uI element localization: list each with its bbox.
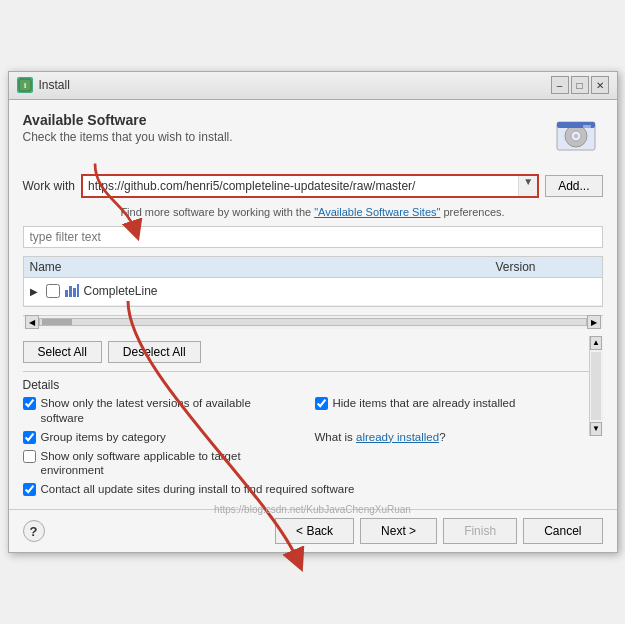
selection-buttons: Select All Deselect All xyxy=(23,341,603,363)
label-contact-sites: Contact all update sites during install … xyxy=(41,482,355,497)
completeline-icon xyxy=(64,282,80,301)
work-with-input-wrapper: ▼ xyxy=(81,174,539,198)
table-row: ▶ CompleteLine xyxy=(24,278,602,306)
close-button[interactable]: ✕ xyxy=(591,76,609,94)
details-section: Details Show only the latest versions of… xyxy=(23,371,603,498)
details-label: Details xyxy=(23,378,603,392)
find-more-text: Find more software by working with the "… xyxy=(23,206,603,218)
option-already-installed: What is already installed? xyxy=(315,430,587,445)
options-grid: Show only the latest versions of availab… xyxy=(23,396,603,498)
checkbox-hide-installed[interactable] xyxy=(315,397,328,410)
find-more-after: preferences. xyxy=(440,206,504,218)
label-group-category: Group items by category xyxy=(41,430,166,445)
window-icon: I xyxy=(17,77,33,93)
v-scroll-bar: ▲ ▼ xyxy=(589,336,603,436)
label-latest-versions: Show only the latest versions of availab… xyxy=(41,396,295,426)
back-button[interactable]: < Back xyxy=(275,518,354,544)
details-scroll-area: Show only the latest versions of availab… xyxy=(23,396,603,498)
h-scroll-bar: ◀ ▶ xyxy=(23,315,603,329)
row-checkbox-completeline[interactable] xyxy=(46,284,60,298)
svg-rect-8 xyxy=(65,290,68,297)
question-mark: ? xyxy=(439,431,445,443)
work-with-label: Work with xyxy=(23,179,75,193)
v-scroll-up[interactable]: ▲ xyxy=(590,336,602,350)
dialog-footer: ? < Back Next > Finish Cancel xyxy=(9,509,617,552)
page-header: Available Software Check the items that … xyxy=(23,112,603,162)
checkbox-latest-versions[interactable] xyxy=(23,397,36,410)
maximize-button[interactable]: □ xyxy=(571,76,589,94)
work-with-input[interactable] xyxy=(83,176,518,196)
page-title: Available Software xyxy=(23,112,233,128)
table-header: Name Version xyxy=(24,257,602,278)
svg-rect-9 xyxy=(69,286,72,297)
h-scroll-right[interactable]: ▶ xyxy=(587,315,601,329)
footer-left: ? xyxy=(23,520,45,542)
option-group-by-category: Group items by category xyxy=(23,430,295,445)
dialog-content: Available Software Check the items that … xyxy=(9,100,617,510)
table-col-name: Name xyxy=(30,260,496,274)
deselect-all-button[interactable]: Deselect All xyxy=(108,341,201,363)
already-installed-link[interactable]: already installed xyxy=(356,431,439,443)
find-more-before: Find more software by working with the xyxy=(120,206,314,218)
option-empty xyxy=(315,449,587,479)
help-button[interactable]: ? xyxy=(23,520,45,542)
table-col-version: Version xyxy=(496,260,596,274)
option-latest-versions: Show only the latest versions of availab… xyxy=(23,396,295,426)
minimize-button[interactable]: – xyxy=(551,76,569,94)
what-is-text: What is xyxy=(315,431,357,443)
work-with-row: Work with ▼ Add... xyxy=(23,174,603,198)
h-scroll-left[interactable]: ◀ xyxy=(25,315,39,329)
select-all-button[interactable]: Select All xyxy=(23,341,102,363)
v-scroll-down[interactable]: ▼ xyxy=(590,422,602,436)
option-target-env: Show only software applicable to target … xyxy=(23,449,295,479)
row-name-completeline: CompleteLine xyxy=(84,284,492,298)
cancel-button[interactable]: Cancel xyxy=(523,518,602,544)
expand-arrow[interactable]: ▶ xyxy=(30,286,42,297)
software-table: Name Version ▶ Compl xyxy=(23,256,603,307)
checkbox-target-env[interactable] xyxy=(23,450,36,463)
h-scroll-track[interactable] xyxy=(39,318,587,326)
label-what-is: What is already installed? xyxy=(315,430,446,445)
page-subtitle: Check the items that you wish to install… xyxy=(23,130,233,144)
next-button[interactable]: Next > xyxy=(360,518,437,544)
label-target-env: Show only software applicable to target … xyxy=(41,449,295,479)
work-with-dropdown-arrow[interactable]: ▼ xyxy=(518,176,537,196)
title-bar: I Install – □ ✕ xyxy=(9,72,617,100)
option-contact-sites: Contact all update sites during install … xyxy=(23,482,587,497)
svg-rect-10 xyxy=(73,288,76,297)
window-title: Install xyxy=(39,78,70,92)
svg-text:I: I xyxy=(23,81,25,90)
footer-buttons: < Back Next > Finish Cancel xyxy=(275,518,602,544)
option-hide-installed: Hide items that are already installed xyxy=(315,396,587,426)
svg-rect-7 xyxy=(583,125,591,128)
add-button[interactable]: Add... xyxy=(545,175,602,197)
filter-input[interactable] xyxy=(23,226,603,248)
cd-icon xyxy=(553,112,603,162)
checkbox-group-category[interactable] xyxy=(23,431,36,444)
window-controls: – □ ✕ xyxy=(551,76,609,94)
install-dialog: I Install – □ ✕ Available Software Check… xyxy=(8,71,618,554)
svg-rect-11 xyxy=(77,284,79,297)
label-hide-installed: Hide items that are already installed xyxy=(333,396,516,411)
available-software-sites-link[interactable]: "Available Software Sites" xyxy=(314,206,440,218)
checkbox-contact-sites[interactable] xyxy=(23,483,36,496)
v-scroll-track xyxy=(591,352,601,420)
svg-point-5 xyxy=(574,134,578,138)
finish-button[interactable]: Finish xyxy=(443,518,517,544)
